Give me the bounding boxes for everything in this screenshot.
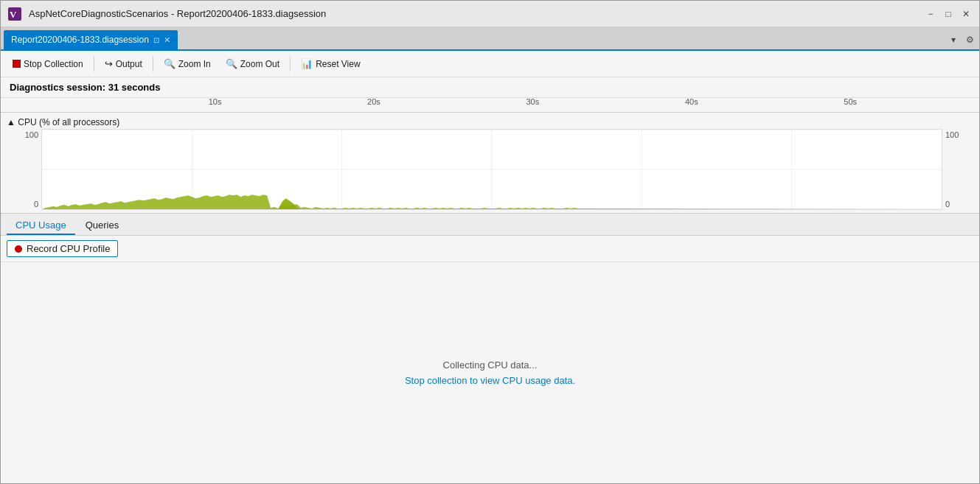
stop-collection-button[interactable]: Stop Collection bbox=[7, 57, 89, 71]
close-button[interactable]: ✕ bbox=[959, 7, 973, 21]
reset-view-button[interactable]: 📊 Reset View bbox=[295, 56, 366, 71]
reset-view-icon: 📊 bbox=[301, 58, 313, 69]
ruler-50s: 50s bbox=[844, 97, 857, 106]
zoom-out-button[interactable]: 🔍 Zoom Out bbox=[220, 56, 285, 71]
zoom-in-label: Zoom In bbox=[178, 59, 211, 69]
record-cpu-profile-button[interactable]: Record CPU Profile bbox=[7, 240, 118, 257]
vs-logo-icon: V bbox=[7, 6, 23, 22]
tab-cpu-usage-label: CPU Usage bbox=[15, 220, 66, 231]
zoom-in-icon: 🔍 bbox=[164, 58, 176, 69]
maximize-button[interactable]: □ bbox=[941, 7, 956, 21]
zoom-out-label: Zoom Out bbox=[240, 59, 279, 69]
tab-cpu-usage[interactable]: CPU Usage bbox=[7, 217, 75, 235]
tab-pin-icon[interactable]: ⊡ bbox=[153, 36, 159, 44]
cpu-y-max-left: 100 bbox=[25, 130, 38, 139]
tab-dropdown-arrow[interactable]: ▾ bbox=[947, 33, 960, 46]
cpu-chart-title-text: ▲ CPU (% of all processors) bbox=[7, 117, 119, 127]
cpu-chart-container: ▲ CPU (% of all processors) 100 0 bbox=[1, 113, 979, 213]
ruler-10s: 10s bbox=[209, 97, 222, 106]
title-bar-controls: − □ ✕ bbox=[923, 7, 973, 21]
tab-gear-icon[interactable]: ⚙ bbox=[963, 33, 976, 46]
cpu-y-min-right: 0 bbox=[945, 200, 950, 208]
diag-session-tab[interactable]: Report20200406-1833.diagsession ⊡ ✕ bbox=[4, 30, 178, 49]
stop-icon bbox=[13, 60, 21, 68]
output-icon: ↪ bbox=[105, 58, 113, 69]
toolbar-separator-3 bbox=[290, 57, 291, 71]
center-message: Collecting CPU data... Stop collection t… bbox=[1, 262, 979, 483]
output-label: Output bbox=[116, 59, 142, 69]
ruler-30s: 30s bbox=[527, 97, 540, 106]
title-bar-text: AspNetCoreDiagnosticScenarios - Report20… bbox=[29, 8, 923, 19]
record-dot-icon bbox=[15, 245, 22, 253]
collecting-message-text: Collecting CPU data... bbox=[443, 360, 538, 371]
minimize-button[interactable]: − bbox=[923, 7, 938, 21]
stop-collection-link[interactable]: Stop collection to view CPU usage data. bbox=[405, 375, 575, 386]
cpu-chart-title: ▲ CPU (% of all processors) bbox=[1, 116, 979, 129]
zoom-in-button[interactable]: 🔍 Zoom In bbox=[158, 56, 217, 71]
reset-view-label: Reset View bbox=[316, 59, 360, 69]
ruler-40s: 40s bbox=[685, 97, 698, 106]
cpu-canvas bbox=[41, 129, 942, 210]
ruler-20s: 20s bbox=[367, 97, 380, 106]
cpu-chart-svg bbox=[42, 130, 942, 209]
record-cpu-label: Record CPU Profile bbox=[27, 243, 110, 254]
output-button[interactable]: ↪ Output bbox=[99, 56, 148, 71]
tab-queries[interactable]: Queries bbox=[77, 217, 128, 235]
timeline-section: 10s 20s 30s 40s 50s ▲ CPU (% of all proc… bbox=[1, 98, 979, 214]
bottom-panel: CPU Usage Queries Record CPU Profile Col… bbox=[1, 214, 979, 483]
toolbar-separator-2 bbox=[153, 57, 153, 71]
tab-close-icon[interactable]: ✕ bbox=[164, 35, 170, 45]
record-cpu-row: Record CPU Profile bbox=[1, 236, 979, 262]
tab-bar-right: ▾ ⚙ bbox=[947, 33, 976, 49]
tab-label: Report20200406-1833.diagsession bbox=[11, 35, 149, 45]
cpu-y-axis-left: 100 0 bbox=[1, 129, 41, 210]
diag-header: Diagnostics session: 31 seconds bbox=[1, 77, 979, 98]
stop-collection-label: Stop Collection bbox=[24, 59, 83, 69]
cpu-y-axis-right: 100 0 bbox=[942, 129, 979, 210]
bottom-content: Record CPU Profile Collecting CPU data..… bbox=[1, 236, 979, 483]
cpu-y-min-left: 0 bbox=[34, 200, 38, 208]
tab-bar: Report20200406-1833.diagsession ⊡ ✕ ▾ ⚙ bbox=[1, 27, 979, 51]
bottom-tabs: CPU Usage Queries bbox=[1, 214, 979, 236]
toolbar: Stop Collection ↪ Output 🔍 Zoom In 🔍 Zoo… bbox=[1, 51, 979, 77]
zoom-out-icon: 🔍 bbox=[226, 58, 237, 69]
svg-text:V: V bbox=[10, 9, 17, 20]
title-bar: V AspNetCoreDiagnosticScenarios - Report… bbox=[1, 1, 979, 27]
tab-queries-label: Queries bbox=[86, 220, 119, 231]
cpu-chart-body: 100 0 bbox=[1, 129, 979, 210]
diag-header-text: Diagnostics session: 31 seconds bbox=[10, 82, 160, 93]
timeline-ruler: 10s 20s 30s 40s 50s bbox=[1, 98, 979, 113]
toolbar-separator-1 bbox=[94, 57, 94, 71]
cpu-y-max-right: 100 bbox=[945, 130, 959, 139]
